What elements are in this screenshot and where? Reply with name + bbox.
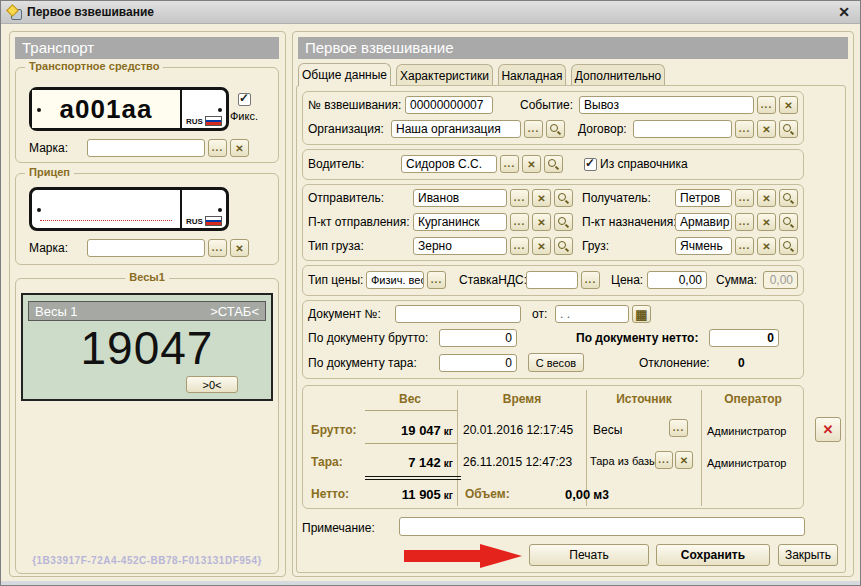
close-icon[interactable]: ✕ — [838, 4, 850, 20]
column-divider — [701, 390, 702, 506]
fix-checkbox[interactable] — [238, 93, 251, 106]
driver-input[interactable]: Сидоров С.С. — [401, 155, 497, 173]
price-type-pick-button[interactable]: ... — [427, 271, 446, 289]
vehicle-plate-number[interactable]: а001аа — [32, 90, 182, 128]
departure-input[interactable]: Курганинск — [413, 213, 507, 231]
driver-pick-button[interactable]: ... — [500, 155, 519, 173]
cargo-type-pick-button[interactable]: ... — [510, 237, 529, 255]
calendar-button[interactable]: ▦ — [632, 305, 651, 323]
vat-input[interactable] — [526, 271, 578, 289]
close-button[interactable]: Закрыть — [778, 544, 838, 566]
number-input[interactable]: 00000000007 — [405, 96, 493, 114]
contract-search-button[interactable] — [779, 120, 798, 138]
receiver-search-button[interactable] — [779, 189, 798, 207]
receiver-pick-button[interactable]: ... — [735, 189, 754, 207]
sender-search-button[interactable] — [554, 189, 573, 207]
tab-characteristics[interactable]: Характеристики — [396, 64, 493, 86]
contract-input[interactable] — [633, 120, 732, 138]
departure-clear-button[interactable]: ✕ — [532, 213, 551, 231]
from-catalog-checkbox[interactable] — [584, 158, 597, 171]
driver-clear-button[interactable]: ✕ — [522, 155, 541, 173]
column-divider — [457, 390, 458, 506]
sender-pick-button[interactable]: ... — [510, 189, 529, 207]
org-label: Организация: — [308, 122, 388, 136]
doc-net-input[interactable]: 0 — [709, 329, 779, 347]
cargo-type-input[interactable]: Зерно — [413, 237, 507, 255]
sender-clear-button[interactable]: ✕ — [532, 189, 551, 207]
event-pick-button[interactable]: ... — [757, 96, 776, 114]
trailer-marka-pick-button[interactable]: ... — [208, 239, 227, 257]
cargo-input[interactable]: Ячмень — [675, 237, 732, 255]
scale-weight-value: 19047 — [23, 321, 271, 375]
col-header-source: Источник — [590, 392, 698, 406]
vehicle-marka-pick-button[interactable]: ... — [208, 139, 227, 157]
note-input[interactable] — [399, 517, 805, 536]
event-input[interactable]: Вывоз — [579, 96, 754, 114]
vehicle-plate-input[interactable]: а001аа RUS — [29, 87, 229, 131]
doc-number-input[interactable] — [395, 305, 521, 323]
price-type-input[interactable]: Физич. вес — [366, 271, 424, 289]
tab-additional[interactable]: Дополнительно — [571, 64, 665, 86]
trailer-marka-input[interactable] — [87, 239, 205, 257]
zero-button[interactable]: >0< — [186, 376, 238, 393]
fix-label: Фикс. — [230, 110, 258, 122]
receiver-input[interactable]: Петров — [675, 189, 732, 207]
org-pick-button[interactable]: ... — [524, 120, 543, 138]
cargo-type-search-button[interactable] — [554, 237, 573, 255]
contract-clear-button[interactable]: ✕ — [757, 120, 776, 138]
vehicle-plate-region[interactable]: RUS — [182, 90, 226, 128]
cargo-clear-button[interactable]: ✕ — [757, 237, 776, 255]
sum-label: Сумма: — [716, 273, 760, 287]
title-bar: Первое взвешивание ✕ — [1, 1, 860, 24]
destination-search-button[interactable] — [779, 213, 798, 231]
trailer-plate-number[interactable] — [32, 190, 182, 228]
doc-gross-input[interactable]: 0 — [439, 329, 517, 347]
trailer-plate-input[interactable]: RUS — [29, 187, 229, 231]
tab-general[interactable]: Общие данные — [298, 63, 391, 86]
destination-pick-button[interactable]: ... — [735, 213, 754, 231]
cargo-search-button[interactable] — [779, 237, 798, 255]
net-weight: 11 905кг — [365, 485, 453, 503]
doc-date-input[interactable]: . . — [555, 305, 629, 323]
tab-invoice[interactable]: Накладная — [498, 64, 566, 86]
destination-clear-button[interactable]: ✕ — [757, 213, 776, 231]
destination-label: П-кт назначения: — [582, 215, 672, 229]
contract-label: Договор: — [578, 122, 630, 136]
receiver-clear-button[interactable]: ✕ — [757, 189, 776, 207]
print-button[interactable]: Печать — [529, 544, 649, 566]
app-icon — [6, 4, 22, 20]
cargo-type-clear-button[interactable]: ✕ — [532, 237, 551, 255]
driver-search-button[interactable] — [544, 155, 563, 173]
destination-input[interactable]: Армавир — [675, 213, 732, 231]
gross-weight: 19 047кг — [365, 421, 453, 439]
from-scales-button[interactable]: С весов — [528, 353, 584, 372]
price-input[interactable]: 0,00 — [647, 271, 707, 289]
gross-operator: Администратор — [707, 425, 786, 437]
gross-source: Весы — [593, 423, 622, 437]
col-header-operator: Оператор — [705, 392, 801, 406]
contract-pick-button[interactable]: ... — [735, 120, 754, 138]
vat-pick-button[interactable]: ... — [581, 271, 600, 289]
vehicle-marka-input[interactable] — [87, 139, 205, 157]
departure-search-button[interactable] — [554, 213, 573, 231]
sender-input[interactable]: Иванов — [413, 189, 507, 207]
window-title: Первое взвешивание — [27, 5, 154, 19]
scale-name: Весы 1 — [35, 304, 78, 319]
org-input[interactable]: Наша организация — [391, 120, 521, 138]
tare-source-clear-button[interactable]: ✕ — [675, 451, 693, 469]
save-button[interactable]: Сохранить — [656, 544, 770, 566]
doc-tare-input[interactable]: 0 — [439, 354, 517, 372]
delete-weighing-button[interactable]: ✕ — [815, 417, 841, 442]
price-type-label: Тип цены: — [308, 273, 363, 287]
vehicle-marka-clear-button[interactable]: ✕ — [230, 139, 249, 157]
russia-flag-icon — [205, 216, 222, 226]
tare-source-pick-button[interactable]: ... — [655, 451, 673, 469]
trailer-marka-clear-button[interactable]: ✕ — [230, 239, 249, 257]
row-underline — [365, 443, 457, 444]
cargo-pick-button[interactable]: ... — [735, 237, 754, 255]
departure-pick-button[interactable]: ... — [510, 213, 529, 231]
event-clear-button[interactable]: ✕ — [779, 96, 798, 114]
gross-source-pick-button[interactable]: ... — [669, 419, 688, 437]
trailer-plate-region[interactable]: RUS — [182, 190, 226, 228]
org-search-button[interactable] — [546, 120, 565, 138]
